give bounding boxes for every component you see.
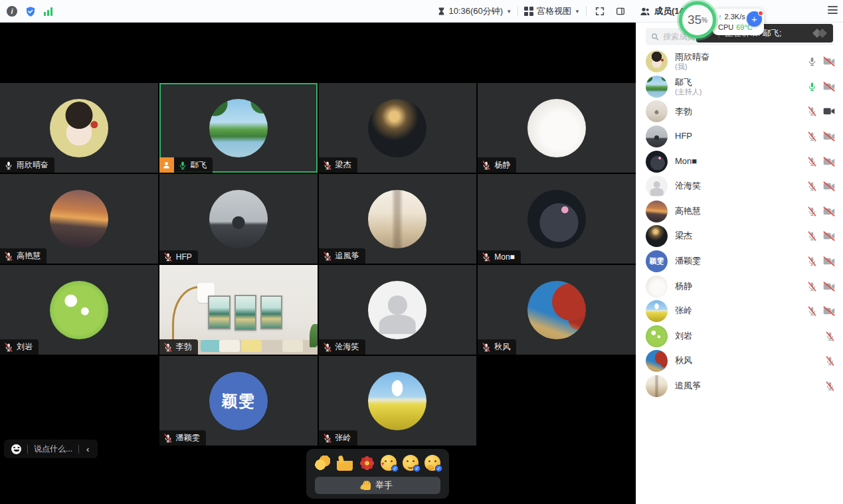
- member-list-item[interactable]: Mon■: [636, 149, 843, 174]
- member-camera-icon[interactable]: [823, 131, 835, 141]
- member-camera-icon[interactable]: [823, 207, 835, 216]
- video-tile[interactable]: 张岭: [319, 356, 477, 446]
- video-tile[interactable]: HFP: [159, 174, 318, 264]
- member-mic-icon[interactable]: [825, 331, 835, 341]
- member-list-item[interactable]: 追風筝: [636, 374, 843, 399]
- member-mic-icon[interactable]: [807, 157, 817, 167]
- collapse-chat-button[interactable]: ‹: [85, 444, 90, 454]
- menu-button[interactable]: [828, 6, 838, 16]
- member-mic-icon[interactable]: [807, 306, 817, 316]
- video-tile[interactable]: Mon■: [478, 174, 636, 264]
- participant-name-label: 杨静: [478, 157, 516, 173]
- chevron-down-icon: ▼: [506, 9, 512, 15]
- participant-avatar: [50, 190, 108, 248]
- member-mic-icon[interactable]: [807, 82, 817, 92]
- member-mic-icon[interactable]: [825, 381, 835, 391]
- member-list-item[interactable]: HFP: [636, 124, 843, 149]
- participant-name-label: 李勃: [159, 339, 198, 355]
- participant-name-label: 追風筝: [319, 248, 365, 264]
- emoji-picker-icon[interactable]: [11, 444, 21, 454]
- member-camera-icon[interactable]: [823, 56, 835, 66]
- member-camera-icon[interactable]: [823, 306, 835, 316]
- member-mic-icon[interactable]: [807, 207, 817, 216]
- pleading-face-emoji-button[interactable]: ✓: [403, 455, 419, 471]
- mic-status-icon: [178, 161, 187, 170]
- member-mic-icon[interactable]: [825, 356, 835, 366]
- raise-hand-button[interactable]: 举手: [315, 477, 440, 494]
- member-mic-icon[interactable]: [807, 231, 817, 241]
- member-list-item[interactable]: 刘岩: [636, 324, 843, 349]
- member-mic-icon[interactable]: [807, 56, 817, 66]
- video-tile[interactable]: 梁杰: [319, 83, 477, 173]
- member-camera-icon[interactable]: [823, 231, 835, 241]
- performance-percent-badge[interactable]: 35%: [679, 1, 716, 39]
- raise-hand-label: 举手: [375, 479, 393, 491]
- fullscreen-button[interactable]: [593, 4, 607, 19]
- member-camera-icon[interactable]: [823, 181, 835, 191]
- meeting-timer[interactable]: 10:36(60分钟) ▼: [437, 5, 512, 17]
- member-mic-icon[interactable]: [807, 106, 817, 116]
- participant-avatar: [50, 99, 108, 157]
- member-name: 鄢飞: [675, 78, 702, 88]
- member-list-item[interactable]: 颖雯 潘颖雯: [636, 249, 843, 274]
- member-avatar: [646, 325, 668, 347]
- member-list-item[interactable]: 张岭: [636, 299, 843, 324]
- mic-status-icon: [482, 161, 491, 170]
- divider: [27, 445, 28, 454]
- video-tile[interactable]: 高艳慧: [0, 174, 158, 264]
- member-camera-icon[interactable]: [823, 256, 835, 266]
- clap-emoji-button[interactable]: [315, 455, 331, 471]
- mic-status-icon: [323, 161, 332, 170]
- member-mic-icon[interactable]: [807, 256, 817, 266]
- verified-badge-icon: ✓: [391, 465, 399, 472]
- chat-quick-bar: 说点什么... ‹: [4, 440, 98, 458]
- member-mic-icon[interactable]: [807, 282, 817, 292]
- network-speed: 2.3K/s: [725, 11, 745, 22]
- member-mic-icon[interactable]: [807, 181, 817, 191]
- member-list-item[interactable]: 杨静: [636, 274, 843, 299]
- flower-emoji-button[interactable]: [359, 455, 375, 471]
- member-list-item[interactable]: 高艳慧: [636, 199, 843, 224]
- video-stage: 雨欣晴奋 鄢飞 梁杰: [0, 23, 636, 504]
- video-tile[interactable]: 雨欣晴奋: [0, 83, 158, 173]
- kiss-face-emoji-button[interactable]: ✓: [381, 455, 397, 471]
- member-list-item[interactable]: 梁杰: [636, 224, 843, 249]
- thinking-face-emoji-button[interactable]: ✓: [424, 455, 440, 471]
- video-tile[interactable]: 鄢飞: [159, 83, 318, 173]
- video-tile[interactable]: 颖雯 潘颖雯: [159, 356, 318, 446]
- side-panel-toggle-button[interactable]: [613, 4, 628, 19]
- participant-avatar: 颖雯: [209, 372, 268, 430]
- member-camera-icon[interactable]: [823, 82, 835, 92]
- view-mode-selector[interactable]: 宫格视图 ▼: [524, 5, 580, 17]
- member-list-item[interactable]: 沧海笑: [636, 174, 843, 199]
- booster-add-button[interactable]: +: [747, 11, 762, 27]
- member-list-item[interactable]: 李勃: [636, 99, 843, 124]
- participant-avatar: [527, 190, 586, 248]
- participant-name: 沧海笑: [335, 341, 359, 353]
- mic-status-icon: [4, 252, 13, 261]
- member-camera-icon[interactable]: [823, 106, 835, 116]
- member-list-item[interactable]: 雨欣晴奋 (我): [636, 49, 843, 74]
- participant-avatar: [209, 190, 268, 248]
- video-tile[interactable]: 杨静: [478, 83, 636, 173]
- video-tile[interactable]: 刘岩: [0, 265, 158, 355]
- video-tile[interactable]: 追風筝: [319, 174, 477, 264]
- info-icon[interactable]: i: [7, 6, 17, 17]
- member-mic-icon[interactable]: [807, 131, 817, 141]
- side-panel-icon: [615, 6, 626, 17]
- members-panel: 雨欣晴奋 (我) 鄢飞 (主持人) 李勃 HFP: [636, 23, 843, 504]
- member-camera-icon[interactable]: [823, 282, 835, 292]
- thumbs-up-emoji-button[interactable]: [337, 455, 353, 471]
- member-camera-icon[interactable]: [823, 157, 835, 167]
- member-list-item[interactable]: 秋风: [636, 349, 843, 374]
- network-signal-icon[interactable]: [44, 7, 52, 16]
- member-avatar: 颖雯: [646, 250, 668, 272]
- chat-input[interactable]: 说点什么...: [34, 444, 72, 455]
- video-tile[interactable]: 秋风: [478, 265, 636, 355]
- video-tile[interactable]: 李勃: [159, 265, 318, 355]
- security-shield-icon[interactable]: [25, 6, 36, 17]
- video-tile[interactable]: 沧海笑: [319, 265, 477, 355]
- member-list-item[interactable]: 鄢飞 (主持人): [636, 74, 843, 100]
- member-avatar: [646, 300, 668, 322]
- participant-name: 杨静: [494, 159, 510, 171]
